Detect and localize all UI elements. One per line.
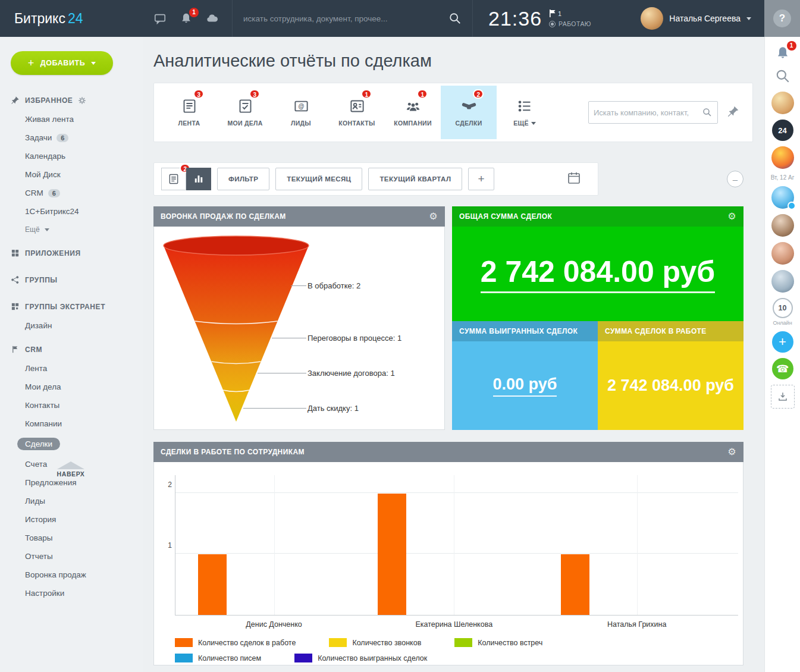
sidebar-item-companies[interactable]: Компании	[0, 414, 143, 433]
sidebar-item-more[interactable]: Ещё	[0, 221, 143, 238]
chat-contact-avatar[interactable]	[771, 270, 794, 293]
report-list-icon	[168, 173, 180, 185]
sidebar-section-apps[interactable]: ПРИЛОЖЕНИЯ	[0, 243, 143, 263]
won-sum-widget: СУММА ВЫИГРАННЫХ СДЕЛОК 0.00 руб	[452, 321, 598, 430]
sidebar-item-calendar[interactable]: Календарь	[0, 147, 143, 165]
sidebar-item-settings[interactable]: Настройки	[0, 584, 143, 602]
sidebar-section-groups[interactable]: ГРУППЫ	[0, 270, 143, 290]
gear-icon[interactable]: ⚙	[727, 212, 736, 221]
chart-bar	[561, 554, 589, 615]
clock: 21:36	[488, 7, 542, 30]
filter-button[interactable]: ФИЛЬТР	[217, 168, 269, 190]
sidebar-section-crm[interactable]: CRM	[0, 340, 143, 359]
call-button[interactable]: ☎	[772, 358, 793, 379]
cloud-icon[interactable]	[206, 12, 219, 25]
sidebar-item-feed[interactable]: Лента	[0, 359, 143, 378]
flag-counter[interactable]: 1	[549, 10, 591, 17]
won-sum-value: 0.00 руб	[493, 375, 557, 397]
crm-tab-strip: 3 ЛЕНТА 3 МОИ ДЕЛА @ ЛИДЫ 1 КОНТАКТЫ 1 К…	[153, 83, 753, 142]
funnel-callout-line	[243, 408, 306, 409]
sidebar-item-design[interactable]: Дизайн	[0, 316, 143, 335]
crm-search	[588, 101, 718, 124]
tasks-badge: 6	[57, 134, 68, 142]
tab-deals[interactable]: 2 СДЕЛКИ	[441, 86, 497, 139]
legend-item: Количество сделок в работе	[175, 638, 296, 647]
chart-view-button[interactable]	[186, 168, 211, 190]
sidebar-item-live-feed[interactable]: Живая лента	[0, 110, 143, 128]
sidebar-item-1c-bitrix24[interactable]: 1С+Битрикс24	[0, 202, 143, 221]
messenger-rail: 1 24 Вт, 12 Аг 10 Онлайн + ☎	[764, 37, 800, 672]
current-month-button[interactable]: ТЕКУЩИЙ МЕСЯЦ	[275, 168, 362, 190]
sidebar-item-tasks[interactable]: Задачи6	[0, 128, 143, 147]
tab-leads[interactable]: @ ЛИДЫ	[273, 86, 329, 139]
chart-bar	[378, 494, 406, 615]
help-button[interactable]: ?	[773, 10, 791, 27]
tab-feed[interactable]: 3 ЛЕНТА	[161, 86, 217, 139]
sidebar-section-extranet[interactable]: ГРУППЫ ЭКСТРАНЕТ	[0, 297, 143, 316]
sidebar-item-reports[interactable]: Отчеты	[0, 547, 143, 566]
section-title: ГРУППЫ	[25, 276, 58, 284]
work-status-toggle[interactable]: РАБОТАЮ	[549, 20, 591, 27]
global-search-input[interactable]	[243, 14, 448, 23]
search-icon[interactable]	[775, 68, 790, 84]
sidebar-section-favorites[interactable]: ИЗБРАННОЕ	[0, 90, 143, 110]
app-logo[interactable]: Битрикс24	[0, 11, 143, 27]
sidebar-item-products[interactable]: Товары	[0, 529, 143, 547]
back-to-top-button[interactable]: НАВЕРХ	[50, 461, 92, 478]
help-area: ?	[764, 0, 800, 37]
collapse-widgets-button[interactable]: –	[727, 171, 743, 187]
gear-icon[interactable]: ⚙	[429, 212, 438, 221]
gear-icon[interactable]	[78, 96, 86, 105]
current-quarter-button[interactable]: ТЕКУЩИЙ КВАРТАЛ	[368, 168, 462, 190]
chat-contact-avatar[interactable]	[771, 186, 794, 209]
svg-text:@: @	[298, 103, 304, 109]
download-app-button[interactable]	[771, 385, 795, 409]
messenger-24-badge[interactable]: 24	[772, 120, 793, 141]
search-icon[interactable]	[702, 107, 713, 118]
tab-badge: 3	[249, 89, 260, 99]
sidebar-item-history[interactable]: История	[0, 510, 143, 529]
sidebar-item-contacts[interactable]: Контакты	[0, 396, 143, 414]
list-view-button[interactable]: 2	[161, 168, 186, 190]
chat-contact-avatar[interactable]	[771, 214, 794, 237]
profile-menu[interactable]: Наталья Сергеева	[641, 7, 764, 30]
calendar-icon[interactable]	[567, 171, 581, 187]
status-label: РАБОТАЮ	[559, 20, 591, 27]
tab-companies[interactable]: 1 КОМПАНИИ	[385, 86, 441, 139]
status-radio-icon	[549, 21, 556, 27]
chat-contact-avatar[interactable]	[771, 92, 794, 114]
online-users-indicator[interactable]: 10 Онлайн	[773, 298, 793, 326]
widget-title: ВОРОНКА ПРОДАЖ ПО СДЕЛКАМ	[161, 212, 286, 221]
sidebar-item-leads[interactable]: Лиды	[0, 492, 143, 510]
gridline	[274, 475, 275, 615]
lead-card-icon: @	[293, 98, 309, 114]
gear-icon[interactable]: ⚙	[727, 447, 736, 457]
chevron-down-icon	[531, 122, 536, 125]
sidebar-item-my-disk[interactable]: Мой Диск	[0, 165, 143, 184]
total-sum-widget: 2 742 084.00 руб	[452, 227, 743, 321]
global-search	[232, 0, 473, 37]
legend-item: Количество встреч	[454, 638, 542, 647]
tab-my-activities[interactable]: 3 МОИ ДЕЛА	[217, 86, 273, 139]
sidebar-item-my-activities[interactable]: Мои дела	[0, 378, 143, 396]
add-period-button[interactable]: +	[468, 168, 494, 190]
bell-icon[interactable]: 1	[180, 12, 193, 25]
view-toggle: 2	[161, 168, 211, 190]
phone-icon: ☎	[776, 363, 789, 375]
add-button[interactable]: + ДОБАВИТЬ	[11, 51, 113, 75]
new-chat-button[interactable]: +	[772, 331, 793, 353]
pin-icon[interactable]	[727, 105, 739, 120]
sidebar-item-deals[interactable]: Сделки	[0, 433, 143, 455]
notifications-bell-icon[interactable]: 1	[775, 45, 790, 61]
legend-item: Количество звонков	[329, 638, 421, 647]
chat-icon[interactable]	[153, 12, 167, 25]
sidebar-item-crm[interactable]: CRM6	[0, 184, 143, 202]
tab-more[interactable]: ЕЩЁ	[497, 86, 553, 139]
tab-contacts[interactable]: 1 КОНТАКТЫ	[329, 86, 385, 139]
chat-contact-avatar[interactable]	[771, 146, 794, 169]
sidebar-item-sales-funnel[interactable]: Воронка продаж	[0, 566, 143, 584]
funnel-stage-label: Заключение договора: 1	[308, 369, 395, 378]
chat-contact-avatar[interactable]	[771, 242, 794, 265]
search-icon[interactable]	[448, 12, 462, 25]
crm-search-input[interactable]	[594, 108, 702, 117]
